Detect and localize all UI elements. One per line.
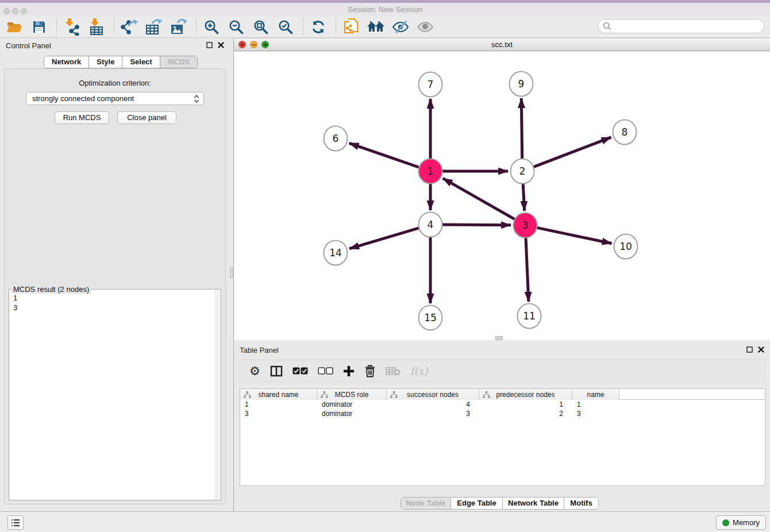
select-all-rows-button[interactable] <box>292 363 308 380</box>
float-panel-icon[interactable] <box>206 41 213 48</box>
toolbar-separator <box>303 18 303 36</box>
refresh-button[interactable] <box>309 18 328 36</box>
refresh-icon <box>311 20 326 34</box>
table-cell[interactable]: dominator <box>317 400 387 409</box>
column-header-mcds-role[interactable]: MCDS role <box>317 389 387 400</box>
close-table-panel-icon[interactable] <box>757 346 764 353</box>
float-table-panel-icon[interactable] <box>746 346 753 353</box>
edge-2-9[interactable] <box>521 98 522 160</box>
graph-node-4[interactable]: 4 <box>419 213 442 237</box>
edge-3-10[interactable] <box>537 228 612 244</box>
zoom-fit-button[interactable] <box>251 18 271 36</box>
table-settings-button[interactable]: ⚙ <box>249 363 260 380</box>
graph-node-10[interactable]: 10 <box>614 234 638 259</box>
graph-node-11[interactable]: 11 <box>518 304 541 329</box>
vertical-splitter[interactable] <box>230 38 234 511</box>
graph-node-1[interactable]: 1 <box>419 159 442 184</box>
search-box[interactable] <box>598 19 764 33</box>
zoom-fit-icon <box>253 20 268 34</box>
graph-node-6[interactable]: 6 <box>324 126 348 151</box>
memory-label: Memory <box>733 518 760 527</box>
edge-3-1[interactable] <box>443 178 515 219</box>
svg-text:15: 15 <box>424 312 437 323</box>
network-canvas[interactable]: 7968124314101511 <box>234 52 770 340</box>
tab-node-table[interactable]: Node Table <box>401 498 451 509</box>
table-cell[interactable]: 1 <box>572 400 619 409</box>
table-cell[interactable]: 1 <box>479 400 572 409</box>
column-header-predecessor-nodes[interactable]: predecessor nodes <box>479 389 572 400</box>
edge-2-3[interactable] <box>523 183 525 211</box>
table-row[interactable]: 1dominator411 <box>240 400 765 409</box>
task-history-button[interactable] <box>7 515 24 530</box>
column-header-successor-nodes[interactable]: successor nodes <box>387 389 479 400</box>
tab-motifs[interactable]: Motifs <box>564 498 598 509</box>
column-header-shared-name[interactable]: shared name <box>240 389 317 400</box>
graph-node-7[interactable]: 7 <box>419 72 442 97</box>
canvas-resize-grip[interactable] <box>495 336 503 340</box>
save-icon <box>32 20 46 34</box>
tab-style[interactable]: Style <box>88 56 122 68</box>
tab-edge-table[interactable]: Edge Table <box>451 498 502 509</box>
table-cell[interactable]: 3 <box>387 409 479 418</box>
export-image-button[interactable] <box>169 18 188 36</box>
tab-select[interactable]: Select <box>122 56 159 68</box>
main-toolbar <box>0 17 770 38</box>
close-panel-button[interactable]: Close panel <box>117 111 176 124</box>
svg-text:10: 10 <box>619 241 632 252</box>
edge-2-8[interactable] <box>533 137 611 167</box>
add-row-button[interactable] <box>343 363 355 380</box>
table-cell[interactable]: 4 <box>387 400 479 409</box>
table-cell[interactable]: 1 <box>240 400 317 409</box>
graph-node-15[interactable]: 15 <box>419 306 442 330</box>
open-session-button[interactable] <box>5 18 24 36</box>
export-network-button[interactable] <box>120 18 139 36</box>
export-table-button[interactable] <box>144 18 164 36</box>
zoom-selected-button[interactable] <box>276 18 295 36</box>
import-table-button[interactable] <box>87 18 106 36</box>
edge-1-6[interactable] <box>349 143 420 167</box>
splitter-handle[interactable] <box>230 268 233 278</box>
tab-network[interactable]: Network <box>44 56 88 68</box>
mcds-result-item: 3 <box>13 303 17 313</box>
save-session-button[interactable] <box>29 18 49 36</box>
graph-node-14[interactable]: 14 <box>324 241 348 265</box>
zoom-out-button[interactable] <box>226 18 246 36</box>
export-table-icon <box>145 19 163 35</box>
show-all-button[interactable] <box>415 18 435 36</box>
close-panel-icon[interactable] <box>217 41 224 48</box>
import-network-button[interactable] <box>62 18 82 36</box>
zoom-in-button[interactable] <box>202 18 221 36</box>
mcds-result-item: 1 <box>13 293 17 303</box>
table-row[interactable]: 3dominator323 <box>240 409 765 418</box>
table-cell[interactable]: 3 <box>240 409 317 418</box>
criterion-select[interactable]: strongly connected component <box>26 92 204 105</box>
result-scrollbar[interactable] <box>214 290 220 499</box>
network-window-titlebar: scc.txt <box>234 38 770 51</box>
graph-node-2[interactable]: 2 <box>511 159 534 184</box>
hide-selected-button[interactable] <box>391 18 410 36</box>
graph-node-9[interactable]: 9 <box>510 72 533 97</box>
edge-4-3[interactable] <box>442 225 511 225</box>
deselect-all-rows-button[interactable] <box>318 363 333 380</box>
table-cell[interactable]: dominator <box>317 409 387 418</box>
search-input[interactable] <box>611 21 764 32</box>
graph-node-8[interactable]: 8 <box>613 120 637 145</box>
tab-network-table[interactable]: Network Table <box>502 498 564 509</box>
delete-row-button[interactable] <box>364 363 376 380</box>
run-mcds-button[interactable]: Run MCDS <box>55 111 109 124</box>
function-builder-button[interactable]: f(x) <box>410 363 428 380</box>
table-cell[interactable]: 3 <box>572 409 619 418</box>
memory-button[interactable]: Memory <box>716 515 766 530</box>
control-panel-tab-bar: Network Style Select MCDS <box>44 56 198 68</box>
application-window: Session: New Session <box>0 0 770 532</box>
table-cell[interactable]: 2 <box>479 409 572 418</box>
graph-node-3[interactable]: 3 <box>514 213 537 238</box>
home-networks-button[interactable] <box>366 18 386 36</box>
duplicate-network-button[interactable] <box>341 18 361 36</box>
edge-3-11[interactable] <box>526 237 529 302</box>
tab-mcds[interactable]: MCDS <box>160 56 197 68</box>
delete-table-button[interactable] <box>386 363 401 380</box>
show-columns-button[interactable] <box>270 363 283 380</box>
column-header-name[interactable]: name <box>572 389 619 400</box>
edge-4-14[interactable] <box>349 228 419 249</box>
